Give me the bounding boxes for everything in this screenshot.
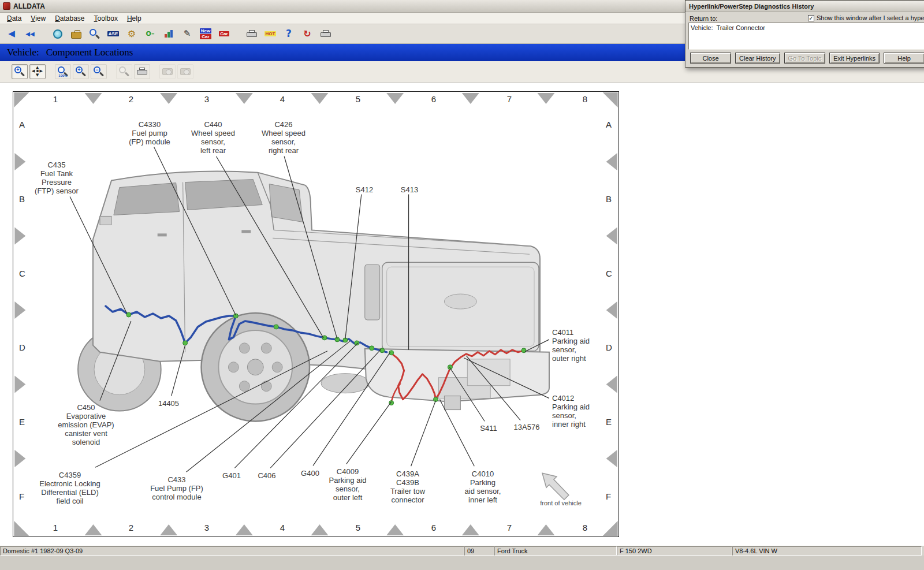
connector-dot[interactable] [380,348,385,353]
status-segment-2: Ford Truck [494,546,617,556]
alldata-app-icon [3,2,10,10]
connector-dot[interactable] [448,365,452,370]
pan-button[interactable]: ▲▼◀▶ [29,64,46,79]
print-diagram-button[interactable] [134,64,150,79]
key-icon[interactable]: O– [142,27,158,42]
connector-dot[interactable] [233,314,238,318]
grid-label-left-F: F [19,491,24,501]
popup-button-clear-history[interactable]: Clear History [735,53,780,64]
dialog-title: Hyperlink/PowerStep Diagnostics History [689,3,814,10]
status-segment-4: V8-4.6L VIN W [732,546,922,556]
show-window-checkbox[interactable]: ✓ [808,15,814,21]
vehicle-search-icon[interactable] [87,27,103,42]
menu-view[interactable]: View [26,13,50,24]
menu-database[interactable]: Database [50,13,89,24]
back-icon[interactable]: ◀ [3,27,20,42]
grid-label-bottom-3: 3 [201,523,213,532]
grid-label-top-3: 3 [201,94,213,104]
popup-history-list[interactable]: Vehicle: Trailer Connector [688,23,924,50]
snapshot-button[interactable] [159,64,176,79]
grid-label-left-E: E [19,417,25,427]
menu-help[interactable]: Help [122,13,146,24]
gears-icon[interactable]: ⚙ [124,27,140,42]
zoom-in-button[interactable]: + [12,64,28,79]
grid-label-bottom-5: 5 [352,523,364,532]
popup-button-exit-hyperlinks[interactable]: Exit Hyperlinks [829,53,880,64]
menu-data[interactable]: Data [2,13,26,24]
status-bar: Domestic #1 1982-09 Q3-0909Ford TruckF 1… [0,545,924,556]
hot-icon[interactable]: HOT [262,27,278,42]
popup-buttons: CloseClear HistoryGo To TopicExit Hyperl… [690,53,924,64]
zoom-minus-button[interactable]: − [91,64,107,79]
briefcase-icon[interactable] [68,27,84,42]
toolbar-separator [152,61,158,82]
component-diagram[interactable]: 1122334455667788AABBCCDDEEFFC4330 Fuel p… [13,91,619,537]
grid-label-bottom-1: 1 [50,523,61,532]
grid-label-top-2: 2 [125,94,137,104]
grid-label-bottom-2: 2 [125,523,137,532]
grid-label-right-D: D [606,342,612,352]
window-bottom-edge [0,556,924,570]
grid-label-top-7: 7 [504,94,515,104]
connector-dot[interactable] [322,336,327,340]
history-back-icon[interactable]: ◀◀ [22,27,38,42]
popup-button-close[interactable]: Close [690,53,731,64]
front-of-vehicle-arrow [542,473,569,500]
connector-dot[interactable] [183,341,188,345]
show-window-option[interactable]: ✓ Show this window after I select a hype [808,14,924,21]
grid-label-right-E: E [606,417,612,427]
toolbar-separator [234,24,241,43]
grid-label-left-C: C [19,269,25,278]
grid-label-bottom-7: 7 [504,523,515,532]
leader-line-c4009 [346,402,392,464]
diagram-canvas [13,92,619,537]
zoom-inactive-button[interactable] [116,64,132,79]
dialog-titlebar: Hyperlink/PowerStep Diagnostics History [685,1,924,12]
popup-button-help[interactable]: Help [884,53,924,64]
connector-dot[interactable] [274,325,278,329]
status-segment-0: Domestic #1 1982-09 Q3-09 [0,546,464,556]
grid-label-left-A: A [19,120,25,129]
zoom-100-button[interactable]: 100% [55,64,71,79]
grid-label-right-A: A [606,120,612,129]
grid-label-right-C: C [606,269,612,278]
toolbar-separator [47,61,53,82]
popup-button-go-to-topic[interactable]: Go To Topic [784,53,826,64]
new-car-icon[interactable]: NewCar [198,27,214,42]
leader-line-g400 [313,352,390,465]
window-title: ALLDATA [13,2,45,10]
grid-label-left-D: D [19,342,25,352]
grid-label-right-B: B [606,194,612,204]
car-icon[interactable]: Car [216,27,232,42]
zoom-plus-button[interactable]: + [73,64,89,79]
hyperlink-history-dialog: Hyperlink/PowerStep Diagnostics History … [685,0,924,68]
grid-label-bottom-8: 8 [579,523,591,532]
return-to-label: Return to: [690,15,717,22]
show-window-checkbox-label: Show this window after I select a hype [817,14,924,21]
grid-label-top-4: 4 [277,94,288,104]
status-segment-3: F 150 2WD [617,546,732,556]
grid-label-bottom-6: 6 [428,523,439,532]
screen: ALLDATA DataViewDatabaseToolboxHelp ◀◀◀A… [0,0,924,570]
connector-dot[interactable] [370,346,374,351]
car-refresh-icon[interactable]: ↻ [299,27,315,42]
menu-toolbox[interactable]: Toolbox [90,13,122,24]
help-icon[interactable]: ? [281,27,297,42]
fax-print-icon[interactable] [318,27,334,42]
toolbar-separator [109,61,114,82]
grid-label-top-5: 5 [352,94,364,104]
reports-icon[interactable] [161,27,177,42]
toolbar-separator [40,24,47,43]
vehicle-bar-label: Vehicle: [7,47,39,58]
notes-icon[interactable]: ✎ [179,27,195,42]
connector-dot[interactable] [521,348,526,353]
world-icon[interactable] [50,27,66,42]
ase-badge-icon[interactable]: ASE [105,27,121,42]
status-segment-1: 09 [464,546,494,556]
print-icon[interactable] [244,27,260,42]
leader-line-c439ab [411,401,436,467]
grid-label-left-B: B [19,194,25,204]
history-item[interactable]: Vehicle: Trailer Connector [691,24,924,31]
grid-label-top-8: 8 [579,94,591,104]
snapshot2-button[interactable] [177,64,193,79]
